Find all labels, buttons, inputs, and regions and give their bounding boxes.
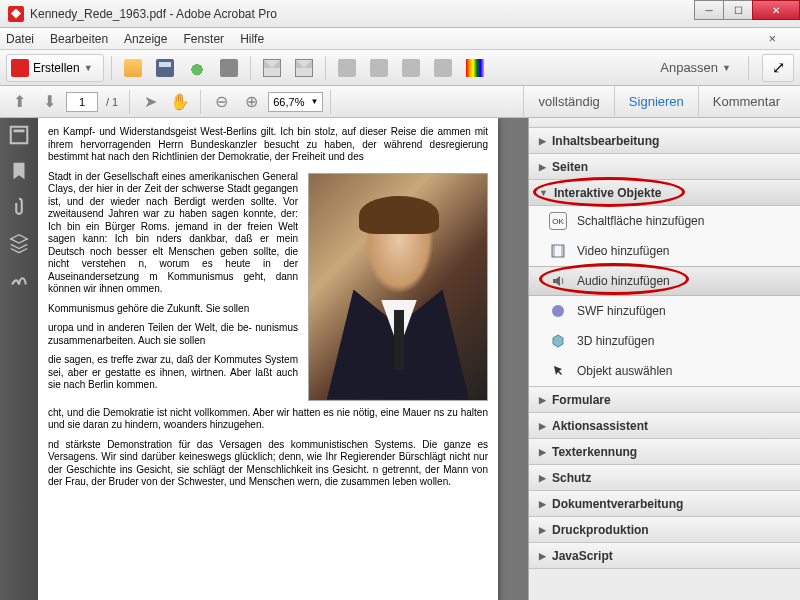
menu-hilfe[interactable]: Hilfe [240,32,264,46]
minimize-button[interactable]: ─ [694,0,724,20]
main-area: en Kampf- und Widerstandsgeist West-Berl… [0,118,800,600]
section-inhaltsbearbeitung[interactable]: ▶Inhaltsbearbeitung [529,128,800,154]
triangle-right-icon: ▶ [539,499,546,509]
share-button[interactable] [290,54,318,82]
pointer-icon [549,362,567,380]
layers-icon[interactable] [8,232,30,254]
section-schutz[interactable]: ▶Schutz [529,465,800,491]
interactive-objects-submenu: OK Schaltfläche hinzufügen Video hinzufü… [529,206,800,387]
page-total: / 1 [106,96,118,108]
zoom-out-icon: ⊖ [215,92,228,111]
add-swf-item[interactable]: SWF hinzufügen [529,296,800,326]
close-button[interactable]: ✕ [752,0,800,20]
rainbow-icon [466,59,484,77]
next-page-button[interactable]: ⬇ [36,89,62,115]
triangle-right-icon: ▶ [539,395,546,405]
svg-rect-1 [14,130,25,133]
triangle-right-icon: ▶ [539,162,546,172]
arrow-down-icon: ⬇ [43,92,56,111]
chevron-down-icon: ▼ [722,63,731,73]
triangle-right-icon: ▶ [539,136,546,146]
customize-button[interactable]: Anpassen ▼ [650,60,741,75]
triangle-right-icon: ▶ [539,551,546,561]
color-button[interactable] [461,54,489,82]
fullscreen-button[interactable]: ⤢ [762,54,794,82]
section-druckproduktion[interactable]: ▶Druckproduktion [529,517,800,543]
section-seiten[interactable]: ▶Seiten [529,154,800,180]
svg-rect-3 [552,245,555,257]
bookmarks-icon[interactable] [8,160,30,182]
triangle-right-icon: ▶ [539,525,546,535]
menubar: Datei Bearbeiten Anzeige Fenster Hilfe × [0,28,800,50]
section-texterkennung[interactable]: ▶Texterkennung [529,439,800,465]
tools-tab[interactable]: vollständig [523,86,613,118]
prev-page-button[interactable]: ⬆ [6,89,32,115]
doc-close-button[interactable]: × [768,31,776,46]
signature-nav-icon[interactable] [8,268,30,290]
section-interaktive-objekte[interactable]: ▼ Interaktive Objekte [529,180,800,206]
menu-bearbeiten[interactable]: Bearbeiten [50,32,108,46]
triangle-right-icon: ▶ [539,421,546,431]
attachments-icon[interactable] [8,196,30,218]
menu-anzeige[interactable]: Anzeige [124,32,167,46]
select-tool[interactable]: ➤ [137,89,163,115]
print-button[interactable] [215,54,243,82]
zoom-select[interactable]: 66,7% ▼ [268,92,323,112]
section-formulare[interactable]: ▶Formulare [529,387,800,413]
cloud-icon [188,59,206,77]
sign-tab[interactable]: Signieren [614,86,698,118]
maximize-button[interactable]: ☐ [723,0,753,20]
cursor-icon: ➤ [144,92,157,111]
window-controls: ─ ☐ ✕ [695,0,800,20]
create-label: Erstellen [33,61,80,75]
hand-tool[interactable]: ✋ [167,89,193,115]
pdf-icon [8,6,24,22]
section-dokumentverarbeitung[interactable]: ▶Dokumentverarbeitung [529,491,800,517]
film-icon [549,242,567,260]
select-object-item[interactable]: Objekt auswählen [529,356,800,386]
add-3d-item[interactable]: 3D hinzufügen [529,326,800,356]
speaker-icon [549,272,567,290]
triangle-right-icon: ▶ [539,447,546,457]
open-button[interactable] [119,54,147,82]
expand-icon: ⤢ [772,58,785,77]
mail-button[interactable] [258,54,286,82]
section-aktionsassistent[interactable]: ▶Aktionsassistent [529,413,800,439]
doc-text: nd stärkste Demonstration für das Versag… [48,439,488,489]
print-icon [220,59,238,77]
multimedia-button[interactable] [429,54,457,82]
add-audio-item[interactable]: Audio hinzufügen [529,266,800,296]
add-button-item[interactable]: OK Schaltfläche hinzufügen [529,206,800,236]
zoom-out-button[interactable]: ⊖ [208,89,234,115]
toolbar-primary: Erstellen ▼ Anpassen ▼ ⤢ [0,50,800,86]
thumbnails-icon[interactable] [8,124,30,146]
page-number-input[interactable] [66,92,98,112]
export-icon [338,59,356,77]
menu-datei[interactable]: Datei [6,32,34,46]
hand-icon: ✋ [170,92,190,111]
cube-icon [549,332,567,350]
toolbar-navigation: ⬆ ⬇ / 1 ➤ ✋ ⊖ ⊕ 66,7% ▼ vollständig Sign… [0,86,800,118]
stamp-button[interactable] [397,54,425,82]
cloud-button[interactable] [183,54,211,82]
create-button[interactable]: Erstellen ▼ [6,54,104,82]
menu-fenster[interactable]: Fenster [183,32,224,46]
add-video-item[interactable]: Video hinzufügen [529,236,800,266]
comment-tab[interactable]: Kommentar [698,86,794,118]
document-viewport[interactable]: en Kampf- und Widerstandsgeist West-Berl… [38,118,528,600]
svg-point-5 [552,305,564,317]
svg-rect-0 [11,127,28,144]
stamp-icon [402,59,420,77]
zoom-in-icon: ⊕ [245,92,258,111]
svg-rect-4 [561,245,564,257]
section-javascript[interactable]: ▶JavaScript [529,543,800,569]
export-button[interactable] [333,54,361,82]
create-icon [11,59,29,77]
arrow-up-icon: ⬆ [13,92,26,111]
swf-icon [549,302,567,320]
save-button[interactable] [151,54,179,82]
edit-button[interactable] [365,54,393,82]
doc-text: cht, und die Demokratie ist nicht vollko… [48,407,488,432]
zoom-in-button[interactable]: ⊕ [238,89,264,115]
triangle-right-icon: ▶ [539,473,546,483]
